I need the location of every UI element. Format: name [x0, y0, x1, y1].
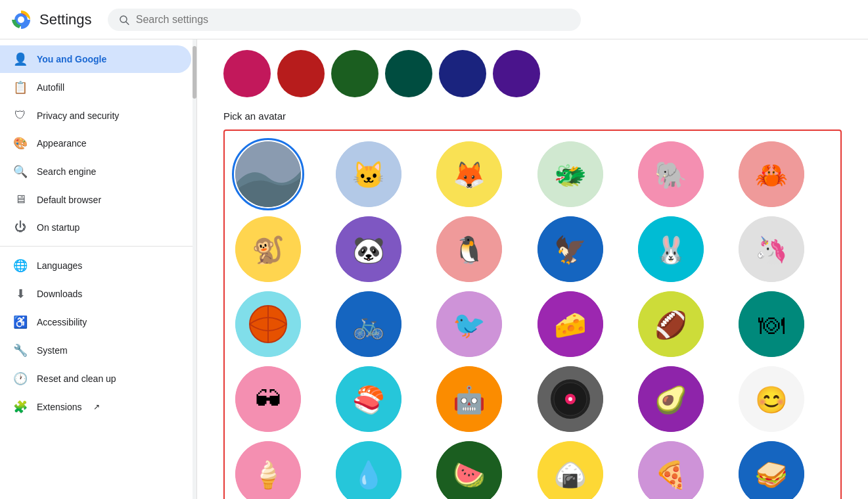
avatar-item-19[interactable]: 🍣 [336, 366, 401, 432]
svg-text:🥪: 🥪 [755, 459, 788, 490]
content-area: Pick an avatar 🐱🦊🐲🐘🦀🐒🐼🐧🦅🐰🦄🚲🐦🧀🏈🍽🕶🍣🤖🥑😊🍦💧🍉🍙… [197, 39, 868, 499]
svg-text:🐘: 🐘 [654, 159, 687, 191]
avatar-item-20[interactable]: 🤖 [436, 366, 502, 432]
color-swatch-0[interactable] [223, 50, 271, 97]
svg-line-3 [126, 22, 128, 24]
color-swatch-1[interactable] [277, 50, 325, 97]
sidebar-item-on-startup[interactable]: ⏻On startup [0, 214, 191, 241]
avatar-item-6[interactable]: 🐒 [235, 216, 301, 282]
svg-text:🍕: 🍕 [654, 459, 687, 490]
avatar-item-24[interactable]: 🍦 [235, 441, 301, 499]
svg-text:🚲: 🚲 [352, 309, 385, 341]
svg-text:🍙: 🍙 [554, 459, 587, 490]
avatar-item-2[interactable]: 🦊 [436, 141, 502, 207]
avatar-item-0[interactable] [235, 141, 301, 207]
avatar-item-17[interactable]: 🍽 [739, 291, 804, 357]
color-swatch-5[interactable] [493, 50, 540, 97]
avatar-item-5[interactable]: 🦀 [739, 141, 804, 207]
sidebar-item-downloads[interactable]: ⬇Downloads [0, 280, 191, 308]
avatar-item-18[interactable]: 🕶 [235, 366, 301, 432]
color-swatch-3[interactable] [385, 50, 432, 97]
svg-text:😊: 😊 [755, 384, 788, 416]
search-icon [118, 14, 129, 26]
color-swatches [223, 39, 842, 110]
topbar: Settings [0, 0, 868, 39]
svg-text:🐲: 🐲 [554, 159, 587, 191]
svg-text:🐰: 🐰 [654, 234, 687, 266]
sidebar-item-extensions[interactable]: 🧩Extensions↗ [0, 393, 191, 421]
sidebar-label-on-startup: On startup [37, 222, 80, 233]
avatar-item-15[interactable]: 🧀 [537, 291, 603, 357]
avatar-item-26[interactable]: 🍉 [436, 441, 502, 499]
avatar-item-13[interactable]: 🚲 [336, 291, 401, 357]
logo: Settings [11, 9, 92, 30]
svg-text:💧: 💧 [352, 459, 385, 490]
svg-text:🍉: 🍉 [453, 459, 486, 490]
sidebar-item-default-browser[interactable]: 🖥Default browser [0, 186, 191, 213]
avatar-item-7[interactable]: 🐼 [336, 216, 401, 282]
sidebar: 👤You and Google📋Autofill🛡Privacy and sec… [0, 39, 197, 499]
avatar-item-29[interactable]: 🥪 [739, 441, 804, 499]
extensions-icon: 🧩 [13, 400, 28, 414]
avatar-item-27[interactable]: 🍙 [537, 441, 603, 499]
svg-text:🧀: 🧀 [554, 309, 587, 341]
svg-text:🏈: 🏈 [654, 309, 687, 341]
svg-text:🕶: 🕶 [255, 385, 281, 414]
svg-point-50 [568, 397, 572, 401]
sidebar-label-system: System [37, 345, 68, 356]
avatar-item-21[interactable] [537, 366, 603, 432]
sidebar-label-languages: Languages [37, 260, 82, 271]
sidebar-item-appearance[interactable]: 🎨Appearance [0, 130, 191, 157]
avatar-grid: 🐱🦊🐲🐘🦀🐒🐼🐧🦅🐰🦄🚲🐦🧀🏈🍽🕶🍣🤖🥑😊🍦💧🍉🍙🍕🥪 [235, 141, 830, 499]
avatar-item-16[interactable]: 🏈 [638, 291, 704, 357]
sidebar-label-you-and-google: You and Google [37, 54, 106, 64]
svg-text:🐱: 🐱 [352, 159, 385, 191]
svg-text:🐦: 🐦 [453, 309, 486, 341]
sidebar-item-reset-clean[interactable]: 🕐Reset and clean up [0, 365, 191, 392]
avatar-item-22[interactable]: 🥑 [638, 366, 704, 432]
avatar-item-28[interactable]: 🍕 [638, 441, 704, 499]
avatar-item-1[interactable]: 🐱 [336, 141, 401, 207]
sidebar-label-appearance: Appearance [37, 138, 87, 149]
avatar-item-12[interactable] [235, 291, 301, 357]
app-title: Settings [39, 11, 92, 28]
privacy-security-icon: 🛡 [13, 108, 28, 122]
search-engine-icon: 🔍 [13, 164, 28, 179]
sidebar-item-autofill[interactable]: 📋Autofill [0, 74, 191, 101]
appearance-icon: 🎨 [13, 136, 28, 151]
svg-text:🦅: 🦅 [554, 234, 587, 266]
avatar-item-9[interactable]: 🦅 [537, 216, 603, 282]
you-and-google-icon: 👤 [13, 52, 28, 66]
svg-text:🐼: 🐼 [352, 234, 385, 266]
default-browser-icon: 🖥 [13, 193, 28, 206]
avatar-item-3[interactable]: 🐲 [537, 141, 603, 207]
avatar-item-14[interactable]: 🐦 [436, 291, 502, 357]
sidebar-item-privacy-security[interactable]: 🛡Privacy and security [0, 102, 191, 129]
section-title: Pick an avatar [223, 110, 842, 122]
avatar-item-23[interactable]: 😊 [739, 366, 804, 432]
sidebar-item-languages[interactable]: 🌐Languages [0, 252, 191, 279]
avatar-item-10[interactable]: 🐰 [638, 216, 704, 282]
avatar-grid-wrapper: 🐱🦊🐲🐘🦀🐒🐼🐧🦅🐰🦄🚲🐦🧀🏈🍽🕶🍣🤖🥑😊🍦💧🍉🍙🍕🥪 [223, 130, 842, 499]
search-input[interactable] [136, 14, 570, 26]
color-swatch-4[interactable] [439, 50, 486, 97]
system-icon: 🔧 [13, 343, 28, 358]
sidebar-item-search-engine[interactable]: 🔍Search engine [0, 158, 191, 185]
search-bar[interactable] [108, 9, 581, 31]
avatar-item-11[interactable]: 🦄 [739, 216, 804, 282]
color-swatch-2[interactable] [331, 50, 378, 97]
svg-text:🍽: 🍽 [758, 310, 785, 339]
main-layout: 👤You and Google📋Autofill🛡Privacy and sec… [0, 39, 868, 499]
sidebar-item-system[interactable]: 🔧System [0, 337, 191, 364]
avatar-item-25[interactable]: 💧 [336, 441, 401, 499]
sidebar-label-extensions: Extensions [37, 402, 81, 412]
svg-text:🐒: 🐒 [252, 234, 285, 266]
avatar-item-4[interactable]: 🐘 [638, 141, 704, 207]
svg-text:🦄: 🦄 [755, 234, 788, 266]
sidebar-item-accessibility[interactable]: ♿Accessibility [0, 308, 191, 336]
autofill-icon: 📋 [13, 80, 28, 95]
external-link-icon: ↗ [93, 402, 100, 412]
avatar-item-8[interactable]: 🐧 [436, 216, 502, 282]
svg-text:🐧: 🐧 [453, 234, 486, 266]
sidebar-item-you-and-google[interactable]: 👤You and Google [0, 45, 191, 73]
